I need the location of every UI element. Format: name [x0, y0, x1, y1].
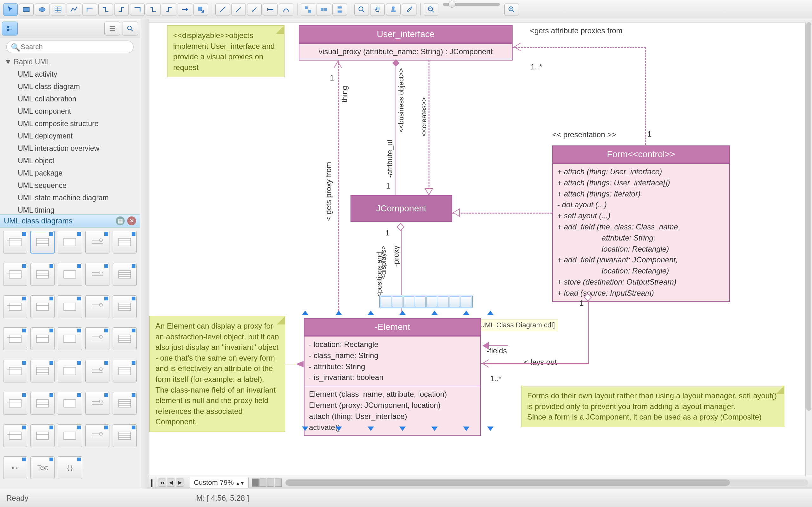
class-jcomponent[interactable]: JComponent: [351, 195, 452, 222]
arrow-tool[interactable]: [231, 3, 246, 16]
tree-item[interactable]: UML sequence: [0, 179, 140, 192]
palette-item[interactable]: { }: [58, 456, 82, 479]
selection-handle[interactable]: [432, 311, 438, 315]
tree-root[interactable]: ▼ Rapid UML: [0, 56, 140, 68]
eyedropper-tool[interactable]: [402, 3, 416, 16]
scrollbar-thumb[interactable]: [806, 22, 811, 411]
pan-tool[interactable]: [370, 3, 385, 16]
popup-option-1[interactable]: [380, 296, 392, 307]
selection-handle[interactable]: [368, 427, 374, 431]
palette-item[interactable]: [85, 263, 109, 286]
zoom-slider[interactable]: [443, 3, 500, 6]
selection-handle[interactable]: [368, 311, 374, 315]
popup-option-3[interactable]: [403, 296, 414, 307]
connector-c[interactable]: [114, 3, 129, 16]
tree-item[interactable]: UML activity: [0, 68, 140, 80]
selection-handle[interactable]: [399, 311, 406, 315]
tree-item[interactable]: UML package: [0, 167, 140, 179]
palette-item[interactable]: [85, 360, 109, 383]
palette-item[interactable]: [31, 295, 55, 318]
tree-item[interactable]: UML deployment: [0, 130, 140, 142]
rectangle-tool[interactable]: [19, 3, 34, 16]
line-tool[interactable]: [215, 3, 230, 16]
horizontal-scrollbar[interactable]: [286, 480, 808, 486]
class-form[interactable]: Form<<control>> + attach (thing: User_in…: [552, 146, 730, 302]
palette-item[interactable]: [58, 392, 82, 415]
group-tool-2[interactable]: [316, 3, 331, 16]
connector-b[interactable]: [98, 3, 113, 16]
popup-option-5[interactable]: [426, 296, 437, 307]
polyline-tool[interactable]: [67, 3, 81, 16]
class-user-interface[interactable]: User_interface visual_proxy (attribute_n…: [299, 25, 513, 60]
double-arrow-tool[interactable]: [247, 3, 262, 16]
palette-item[interactable]: [85, 424, 109, 447]
stamp-tool[interactable]: [386, 3, 401, 16]
palette-item[interactable]: [31, 392, 55, 415]
palette-item[interactable]: [31, 424, 55, 447]
palette-item[interactable]: [31, 231, 55, 253]
tree-item[interactable]: UML interaction overview: [0, 142, 140, 155]
palette-item[interactable]: [3, 424, 27, 447]
palette-item[interactable]: « »: [3, 456, 27, 479]
zoom-slider-thumb[interactable]: [449, 1, 455, 8]
palette-item[interactable]: [85, 231, 109, 253]
connector-e[interactable]: [146, 3, 160, 16]
group-tool-3[interactable]: [333, 3, 347, 16]
palette-item[interactable]: [113, 424, 137, 447]
table-tool[interactable]: [51, 3, 65, 16]
palette-item[interactable]: [113, 360, 137, 383]
connector-f[interactable]: [162, 3, 176, 16]
popup-option-4[interactable]: [415, 296, 426, 307]
class-element[interactable]: -Element - location: Rectangle- class_na…: [304, 318, 481, 436]
selection-handle[interactable]: [487, 311, 494, 315]
palette-item[interactable]: [3, 295, 27, 318]
tree-item[interactable]: UML timing: [0, 204, 140, 214]
palette-item[interactable]: [85, 295, 109, 318]
palette-item[interactable]: Text: [31, 456, 55, 479]
palette-item[interactable]: [113, 327, 137, 350]
palette-item[interactable]: [85, 392, 109, 415]
vertical-scrollbar[interactable]: [806, 19, 812, 476]
tree-item[interactable]: UML state machine diagram: [0, 192, 140, 204]
selection-handle[interactable]: [487, 427, 494, 431]
connector-g[interactable]: [177, 3, 192, 16]
ellipse-tool[interactable]: [35, 3, 49, 16]
palette-close-button[interactable]: ✕: [127, 216, 136, 225]
selection-handle[interactable]: [302, 427, 308, 431]
popup-option-7[interactable]: [449, 296, 460, 307]
page-thumb-3[interactable]: [267, 478, 274, 487]
note-element[interactable]: An Element can display a proxy for an ab…: [149, 316, 285, 432]
palette-item[interactable]: [113, 263, 137, 286]
connector-a[interactable]: [83, 3, 97, 16]
page-thumb-4[interactable]: [275, 478, 282, 487]
tree-item[interactable]: UML object: [0, 155, 140, 167]
palette-item[interactable]: [58, 360, 82, 383]
tree-item[interactable]: UML composite structure: [0, 118, 140, 130]
palette-item[interactable]: [3, 360, 27, 383]
curve-tool[interactable]: [279, 3, 293, 16]
selection-handle[interactable]: [463, 311, 469, 315]
next-page-button[interactable]: ▶: [176, 478, 184, 487]
zoom-tool[interactable]: [354, 3, 369, 16]
note-form[interactable]: Forms do their own layout rather than us…: [521, 386, 784, 427]
palette-item[interactable]: [31, 263, 55, 286]
dimension-tool[interactable]: [263, 3, 277, 16]
note-displayable[interactable]: <<displayable>>objects implement User_in…: [167, 25, 285, 77]
export-tool[interactable]: [194, 3, 208, 16]
zoom-in-button[interactable]: [504, 3, 519, 16]
tree-item[interactable]: UML collaboration: [0, 93, 140, 105]
page-thumb-1[interactable]: [252, 478, 259, 487]
palette-item[interactable]: [113, 231, 137, 253]
pause-icon[interactable]: ‖: [149, 476, 155, 489]
drawing-canvas[interactable]: <<displayable>>objects implement User_in…: [149, 22, 806, 476]
selection-handle[interactable]: [432, 427, 438, 431]
palette-item[interactable]: [58, 327, 82, 350]
palette-item[interactable]: [58, 424, 82, 447]
tree-item[interactable]: UML class diagram: [0, 80, 140, 93]
group-tool-1[interactable]: [301, 3, 315, 16]
search-view-button[interactable]: [122, 21, 138, 36]
selection-handle[interactable]: [463, 427, 469, 431]
prev-page-button[interactable]: ◀: [167, 478, 175, 487]
palette-item[interactable]: [3, 263, 27, 286]
palette-item[interactable]: [3, 327, 27, 350]
